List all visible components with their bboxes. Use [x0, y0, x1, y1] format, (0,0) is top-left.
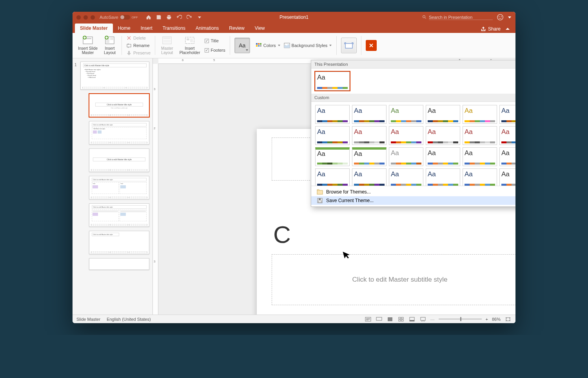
rename-button[interactable]: Rename: [126, 42, 151, 49]
slide-canvas[interactable]: 65 65 3 2 3 C Click to edit Master subti…: [153, 58, 515, 315]
tab-slide-master[interactable]: Slide Master: [75, 24, 113, 33]
zoom-dot[interactable]: [91, 15, 95, 20]
theme-option[interactable]: Aa: [315, 72, 350, 90]
theme-option[interactable]: Aa: [499, 105, 515, 124]
svg-rect-11: [127, 44, 131, 47]
theme-option[interactable]: Aa: [352, 126, 387, 145]
vertical-ruler: 3 2 3: [153, 64, 158, 315]
master-thumbnail[interactable]: 1 Click to edit Master title style • Edi…: [80, 61, 149, 90]
status-language[interactable]: English (United States): [107, 317, 151, 322]
document-title: Presentation1: [279, 14, 309, 20]
title-checkbox[interactable]: ✓Title: [205, 37, 225, 44]
autosave-toggle[interactable]: AutoSave OFF: [100, 15, 138, 20]
layout-thumbnail-3[interactable]: Click to edit Master title style: [89, 148, 149, 172]
svg-rect-19: [258, 43, 260, 45]
slide-size-button[interactable]: [341, 38, 357, 53]
sorter-view-icon[interactable]: [397, 317, 405, 322]
layout-thumbnail-1[interactable]: Click to edit Master title style Click t…: [89, 94, 149, 117]
background-styles-dropdown[interactable]: Background Styles: [284, 42, 332, 49]
account-icon[interactable]: [497, 14, 504, 21]
svg-rect-25: [345, 43, 352, 48]
master-layout-button[interactable]: Master Layout: [160, 34, 175, 56]
tab-view[interactable]: View: [250, 24, 270, 33]
svg-rect-29: [319, 199, 321, 200]
theme-option[interactable]: Aa: [352, 105, 387, 124]
layout-thumbnail-5[interactable]: Click to edit Master title style: [89, 203, 149, 227]
svg-rect-16: [187, 38, 189, 40]
reading-view-icon[interactable]: [408, 317, 416, 322]
theme-option[interactable]: Aa: [389, 147, 423, 166]
delete-button[interactable]: Delete: [126, 34, 151, 41]
tab-home[interactable]: Home: [113, 24, 136, 33]
subtitle-placeholder[interactable]: Click to edit Master subtitle style: [272, 254, 515, 305]
qat-dropdown-icon[interactable]: [195, 13, 204, 21]
print-icon[interactable]: [165, 13, 173, 21]
tab-animations[interactable]: Animations: [191, 24, 224, 33]
undo-icon[interactable]: [175, 13, 183, 21]
slideshow-view-icon[interactable]: [419, 317, 426, 322]
theme-option[interactable]: Aa: [352, 147, 387, 166]
theme-option[interactable]: Aa: [352, 168, 387, 186]
theme-option[interactable]: Aa: [499, 168, 515, 186]
theme-option[interactable]: Aa: [426, 105, 460, 124]
theme-option[interactable]: Aa: [389, 126, 423, 145]
svg-rect-14: [163, 40, 171, 43]
notes-button[interactable]: [365, 317, 372, 322]
share-button[interactable]: Share: [481, 26, 501, 32]
theme-option[interactable]: Aa: [426, 126, 460, 145]
dropdown-icon[interactable]: [508, 15, 512, 19]
slide-thumbnails-panel[interactable]: 1 Click to edit Master title style • Edi…: [73, 58, 153, 315]
theme-option[interactable]: Aa: [426, 168, 460, 186]
themes-dropdown-button[interactable]: Aa: [234, 38, 250, 53]
theme-option[interactable]: Aa: [315, 147, 350, 166]
colors-dropdown[interactable]: Colors: [256, 42, 281, 49]
insert-layout-button[interactable]: Insert Layout: [102, 34, 117, 56]
theme-option[interactable]: Aa: [426, 147, 460, 166]
save-theme-item[interactable]: Save Current Theme...: [311, 196, 515, 205]
svg-rect-28: [318, 201, 321, 203]
close-dot[interactable]: [76, 15, 81, 20]
svg-rect-39: [421, 317, 425, 320]
svg-point-2: [499, 16, 499, 17]
svg-rect-17: [190, 38, 193, 42]
footers-checkbox[interactable]: ✓Footers: [205, 47, 225, 54]
layout-thumbnail-2[interactable]: Click to edit Master title style • Edit …: [89, 121, 149, 145]
home-icon[interactable]: [144, 13, 153, 21]
close-master-button[interactable]: [366, 40, 377, 51]
theme-option[interactable]: Aa: [463, 147, 497, 166]
theme-option[interactable]: Aa: [389, 105, 423, 124]
save-icon[interactable]: [154, 13, 163, 21]
theme-option[interactable]: Aa: [499, 126, 515, 145]
tab-review[interactable]: Review: [224, 24, 249, 33]
theme-option[interactable]: Aa: [315, 168, 350, 186]
zoom-slider[interactable]: [439, 318, 482, 320]
window-controls: [76, 15, 95, 20]
zoom-level[interactable]: 86%: [492, 317, 501, 322]
browse-themes-item[interactable]: Browse for Themes...: [311, 188, 515, 196]
theme-option[interactable]: Aa: [389, 168, 423, 186]
tab-insert[interactable]: Insert: [136, 24, 158, 33]
tab-transitions[interactable]: Transitions: [158, 24, 191, 33]
fit-to-window-icon[interactable]: [505, 317, 512, 322]
redo-icon[interactable]: [185, 13, 194, 21]
theme-option[interactable]: Aa: [463, 126, 497, 145]
layout-thumbnail-7[interactable]: [89, 258, 149, 270]
insert-slide-master-button[interactable]: Insert Slide Master: [76, 34, 99, 56]
comments-button[interactable]: [376, 317, 383, 322]
preserve-button[interactable]: Preserve: [126, 50, 151, 56]
layout-thumbnail-6[interactable]: Click to edit Master title style: [89, 231, 149, 254]
search-box[interactable]: Search in Presentation: [422, 15, 493, 20]
theme-option[interactable]: Aa: [463, 168, 497, 186]
svg-rect-32: [388, 317, 392, 321]
theme-option[interactable]: Aa: [315, 126, 350, 145]
collapse-ribbon-icon[interactable]: [505, 27, 510, 31]
insert-placeholder-button[interactable]: Insert Placeholder: [178, 34, 202, 56]
minimize-dot[interactable]: [83, 15, 88, 20]
layout-thumbnail-4[interactable]: Click to edit Master title style • text …: [89, 176, 149, 199]
status-view: Slide Master: [76, 317, 100, 322]
theme-option[interactable]: Aa: [315, 105, 350, 124]
theme-option[interactable]: Aa: [499, 147, 515, 166]
theme-option[interactable]: Aa: [463, 105, 497, 124]
normal-view-icon[interactable]: [387, 317, 394, 322]
svg-rect-34: [401, 317, 403, 319]
